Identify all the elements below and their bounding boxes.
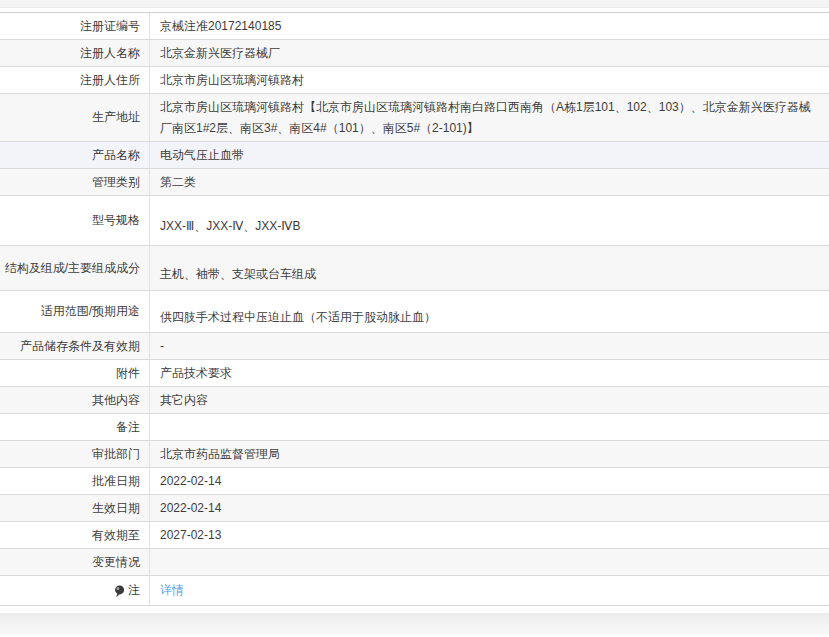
row-label: 附件 xyxy=(0,360,150,386)
row-label: 生产地址 xyxy=(0,94,150,141)
row-value: 其它内容 xyxy=(150,387,829,413)
row-label: 批准日期 xyxy=(0,468,150,494)
row-label: 注册证编号 xyxy=(0,13,150,39)
row-value: 北京市房山区琉璃河镇路村【北京市房山区琉璃河镇路村南白路口西南角（A栋1层101… xyxy=(150,94,829,141)
row-label: 变更情况 xyxy=(0,549,150,575)
row-label: 结构及组成/主要组成成分 xyxy=(0,246,150,290)
table-row-effective-date: 生效日期 2022-02-14 xyxy=(0,495,829,522)
row-label: 有效期至 xyxy=(0,522,150,548)
note-label-text: 注 xyxy=(128,582,140,599)
production-address-text: 北京市房山区琉璃河镇路村【北京市房山区琉璃河镇路村南白路口西南角（A栋1层101… xyxy=(160,97,819,139)
row-label: 产品储存条件及有效期 xyxy=(0,333,150,359)
row-value: 电动气压止血带 xyxy=(150,142,829,168)
bottom-gap xyxy=(0,606,829,613)
row-value: 产品技术要求 xyxy=(150,360,829,386)
table-row-production-address: 生产地址 北京市房山区琉璃河镇路村【北京市房山区琉璃河镇路村南白路口西南角（A栋… xyxy=(0,94,829,142)
row-value: 北京市房山区琉璃河镇路村 xyxy=(150,67,829,93)
row-label: 审批部门 xyxy=(0,441,150,467)
row-label: 注 xyxy=(0,576,150,605)
row-value: 京械注准20172140185 xyxy=(150,13,829,39)
row-value: 北京市药品监督管理局 xyxy=(150,441,829,467)
row-label: 型号规格 xyxy=(0,196,150,245)
row-value: 2022-02-14 xyxy=(150,468,829,494)
table-row-approval-date: 批准日期 2022-02-14 xyxy=(0,468,829,495)
table-row-attachment: 附件 产品技术要求 xyxy=(0,360,829,387)
row-value: 主机、袖带、支架或台车组成 xyxy=(150,246,829,290)
note-balloon-icon xyxy=(114,585,125,598)
table-row-registrant-address: 注册人住所 北京市房山区琉璃河镇路村 xyxy=(0,67,829,94)
row-value: 第二类 xyxy=(150,169,829,195)
table-row-registrant-name: 注册人名称 北京金新兴医疗器械厂 xyxy=(0,40,829,67)
registration-detail-table: 注册证编号 京械注准20172140185 注册人名称 北京金新兴医疗器械厂 注… xyxy=(0,12,829,606)
row-label: 生效日期 xyxy=(0,495,150,521)
row-value: 北京金新兴医疗器械厂 xyxy=(150,40,829,66)
row-value: 2027-02-13 xyxy=(150,522,829,548)
table-row-structure-composition: 结构及组成/主要组成成分 主机、袖带、支架或台车组成 xyxy=(0,246,829,291)
row-value xyxy=(150,414,829,440)
row-label: 注册人住所 xyxy=(0,67,150,93)
row-label: 注册人名称 xyxy=(0,40,150,66)
row-value: JXX-Ⅲ、JXX-Ⅳ、JXX-ⅣB xyxy=(150,196,829,245)
table-row-management-category: 管理类别 第二类 xyxy=(0,169,829,196)
row-label: 管理类别 xyxy=(0,169,150,195)
table-row-storage-conditions: 产品储存条件及有效期 - xyxy=(0,333,829,360)
table-row-product-name: 产品名称 电动气压止血带 xyxy=(0,142,829,169)
table-row-approval-department: 审批部门 北京市药品监督管理局 xyxy=(0,441,829,468)
row-value: 供四肢手术过程中压迫止血（不适用于股动脉止血） xyxy=(150,291,829,332)
table-row-change-status: 变更情况 xyxy=(0,549,829,576)
table-row-note: 注 详情 xyxy=(0,576,829,606)
table-row-other-content: 其他内容 其它内容 xyxy=(0,387,829,414)
row-value xyxy=(150,549,829,575)
table-row-expiry-date: 有效期至 2027-02-13 xyxy=(0,522,829,549)
row-label: 备注 xyxy=(0,414,150,440)
row-label: 适用范围/预期用途 xyxy=(0,291,150,332)
row-label: 产品名称 xyxy=(0,142,150,168)
row-label: 其他内容 xyxy=(0,387,150,413)
table-row-model-spec: 型号规格 JXX-Ⅲ、JXX-Ⅳ、JXX-ⅣB xyxy=(0,196,829,246)
top-divider-strip xyxy=(0,0,829,8)
row-value: 2022-02-14 xyxy=(150,495,829,521)
table-row-intended-use: 适用范围/预期用途 供四肢手术过程中压迫止血（不适用于股动脉止血） xyxy=(0,291,829,333)
details-link[interactable]: 详情 xyxy=(160,580,184,601)
bottom-shadow-band xyxy=(0,613,829,636)
row-value: - xyxy=(150,333,829,359)
row-value: 详情 xyxy=(150,576,829,605)
table-row-remarks: 备注 xyxy=(0,414,829,441)
table-row-certificate-number: 注册证编号 京械注准20172140185 xyxy=(0,13,829,40)
